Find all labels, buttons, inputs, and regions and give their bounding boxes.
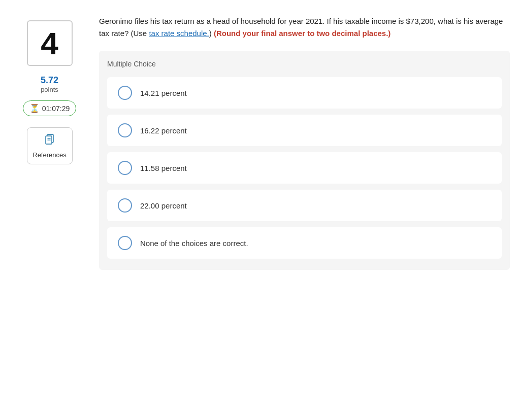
radio-a[interactable] <box>118 86 132 100</box>
radio-c[interactable] <box>118 161 132 175</box>
references-label: References <box>32 151 66 159</box>
radio-e[interactable] <box>118 236 132 250</box>
choice-d[interactable]: 22.00 percent <box>107 190 502 221</box>
question-emphasis: (Round your final answer to two decimal … <box>214 29 391 38</box>
choice-c[interactable]: 11.58 percent <box>107 152 502 184</box>
question-number: 4 <box>41 25 58 61</box>
points-label: points <box>41 86 58 93</box>
references-button[interactable]: References <box>27 127 73 164</box>
choice-e[interactable]: None of the choices are correct. <box>107 227 502 259</box>
question-text: Geronimo files his tax return as a head … <box>99 15 510 40</box>
references-icon <box>44 133 56 148</box>
choice-b-text: 16.22 percent <box>140 126 187 135</box>
choice-c-text: 11.58 percent <box>140 164 187 172</box>
panel-type-label: Multiple Choice <box>107 60 502 68</box>
main-content: Geronimo files his tax return as a head … <box>89 15 510 270</box>
points-section: 5.72 points <box>41 75 58 93</box>
question-panel: Multiple Choice 14.21 percent 16.22 perc… <box>99 51 510 270</box>
page-container: 4 5.72 points ⏳ 01:07:29 References <box>0 10 520 275</box>
radio-b[interactable] <box>118 123 132 137</box>
radio-d[interactable] <box>118 198 132 213</box>
hourglass-icon: ⏳ <box>29 103 40 113</box>
timer-badge: ⏳ 01:07:29 <box>23 100 77 116</box>
question-text-after-link: ) <box>209 29 214 38</box>
left-sidebar: 4 5.72 points ⏳ 01:07:29 References <box>10 15 89 270</box>
points-value: 5.72 <box>41 75 58 86</box>
choice-e-text: None of the choices are correct. <box>140 239 248 248</box>
tax-rate-schedule-link[interactable]: tax rate schedule. <box>149 29 209 38</box>
choice-a[interactable]: 14.21 percent <box>107 77 502 109</box>
question-number-box: 4 <box>27 20 73 66</box>
choice-b[interactable]: 16.22 percent <box>107 115 502 146</box>
timer-value: 01:07:29 <box>42 104 70 113</box>
choice-d-text: 22.00 percent <box>140 201 187 210</box>
choice-a-text: 14.21 percent <box>140 89 187 97</box>
